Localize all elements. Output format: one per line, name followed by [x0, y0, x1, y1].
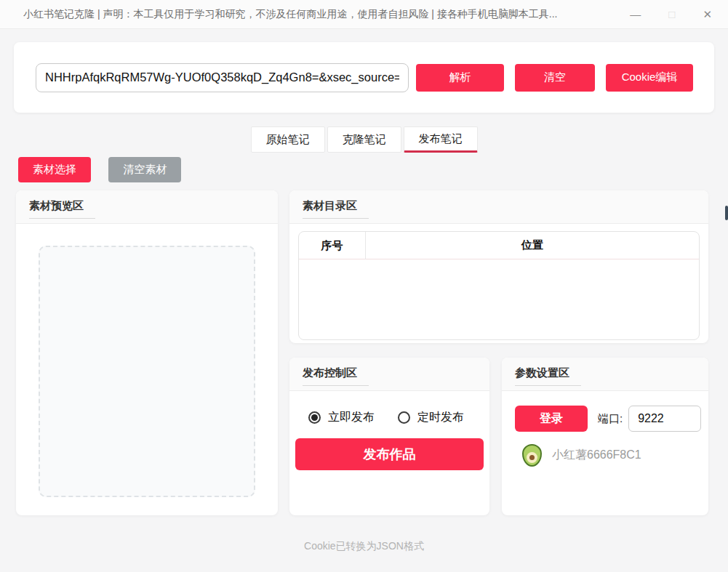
material-directory-title: 素材目录区	[303, 199, 369, 219]
right-column: 素材目录区 序号 位置 发布控制区 立即发布	[289, 190, 708, 515]
material-directory-panel: 素材目录区 序号 位置	[289, 190, 708, 343]
material-actions: 素材选择 清空素材	[18, 157, 728, 182]
material-preview-panel: 素材预览区	[16, 190, 278, 515]
cookie-edit-button[interactable]: Cookie编辑	[606, 64, 693, 92]
bottom-panels: 发布控制区 立即发布 定时发布 发布作品 参数设置区	[289, 358, 708, 515]
parse-button[interactable]: 解析	[416, 64, 504, 92]
radio-selected-icon	[308, 411, 321, 424]
close-icon[interactable]: ✕	[703, 9, 712, 20]
radio-publish-now-label: 立即发布	[328, 410, 375, 425]
material-preview-title: 素材预览区	[29, 199, 95, 219]
login-port-row: 登录 端口:	[515, 406, 708, 432]
clear-button[interactable]: 清空	[515, 64, 595, 92]
tab-publish-note[interactable]: 发布笔记	[404, 126, 478, 153]
account-row[interactable]: 小红薯6666F8C1	[522, 444, 708, 467]
tab-original-note[interactable]: 原始笔记	[251, 126, 325, 153]
note-tabs: 原始笔记 克隆笔记 发布笔记	[0, 126, 728, 153]
param-settings-header: 参数设置区	[502, 358, 708, 391]
main-content: 素材预览区 素材目录区 序号 位置 发布控制区	[16, 190, 728, 515]
port-input[interactable]	[628, 406, 701, 432]
note-url-input[interactable]	[36, 63, 409, 92]
port-label: 端口:	[598, 412, 623, 426]
radio-publish-now[interactable]: 立即发布	[308, 410, 375, 425]
publish-work-button[interactable]: 发布作品	[295, 438, 484, 470]
url-card: 解析 清空 Cookie编辑	[14, 42, 714, 113]
param-settings-panel: 参数设置区 登录 端口: 小红薯6666F8C1	[502, 358, 708, 515]
publish-control-header: 发布控制区	[289, 358, 489, 391]
material-directory-header: 素材目录区	[289, 190, 708, 224]
publish-control-panel: 发布控制区 立即发布 定时发布 发布作品	[289, 358, 489, 515]
material-clear-button[interactable]: 清空素材	[108, 157, 181, 182]
minimize-icon[interactable]: —	[630, 9, 641, 20]
param-settings-title: 参数设置区	[515, 366, 581, 386]
account-name: 小红薯6666F8C1	[552, 448, 641, 463]
material-table-header-row: 序号 位置	[299, 232, 699, 259]
avocado-avatar-icon	[522, 444, 542, 467]
material-select-button[interactable]: 素材选择	[18, 157, 91, 182]
material-preview-header: 素材预览区	[16, 190, 278, 224]
tab-clone-note[interactable]: 克隆笔记	[327, 126, 401, 153]
material-table: 序号 位置	[298, 231, 700, 340]
window-title: 小红书笔记克隆 | 声明：本工具仅用于学习和研究，不涉及任何商业用途，使用者自担…	[23, 8, 612, 21]
maximize-icon[interactable]: □	[668, 9, 675, 20]
login-button[interactable]: 登录	[515, 406, 588, 432]
column-header-location: 位置	[366, 238, 699, 252]
titlebar: 小红书笔记克隆 | 声明：本工具仅用于学习和研究，不涉及任何商业用途，使用者自担…	[0, 0, 728, 29]
window-controls: — □ ✕	[630, 9, 712, 20]
radio-publish-scheduled-label: 定时发布	[417, 410, 464, 425]
publish-mode-options: 立即发布 定时发布	[308, 410, 489, 425]
material-preview-dropzone	[39, 246, 255, 497]
radio-unselected-icon	[398, 411, 410, 424]
scrollbar-thumb[interactable]	[725, 206, 728, 220]
radio-publish-scheduled[interactable]: 定时发布	[398, 410, 464, 425]
status-text: Cookie已转换为JSON格式	[0, 540, 728, 553]
publish-control-title: 发布控制区	[303, 366, 369, 386]
column-header-index: 序号	[299, 232, 366, 259]
